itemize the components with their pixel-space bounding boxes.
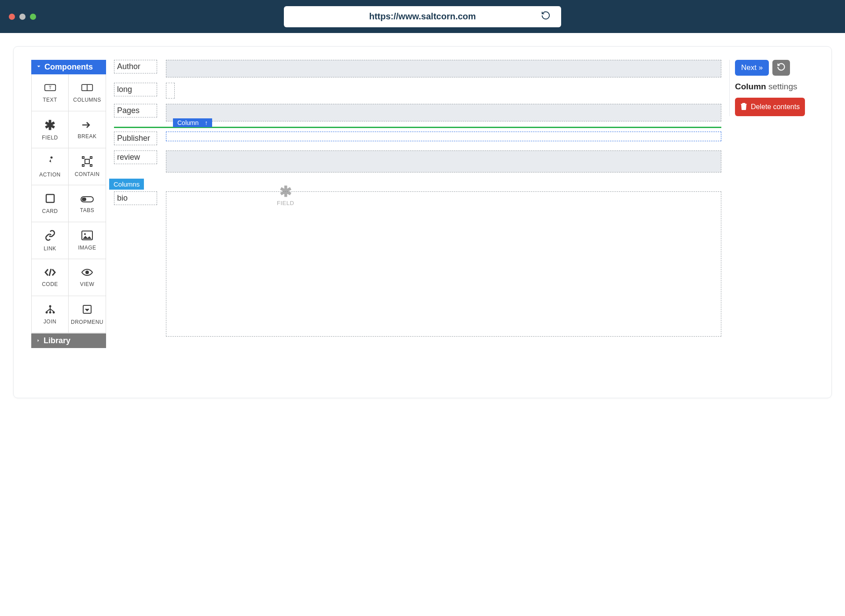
svg-point-18 <box>49 311 51 313</box>
break-icon <box>81 120 93 131</box>
row-publisher[interactable]: Publisher <box>114 132 721 145</box>
library-header[interactable]: Library <box>31 334 106 348</box>
settings-panel: Next » Column settings Delete conte <box>729 60 814 116</box>
url-bar[interactable]: https://www.saltcorn.com <box>284 6 561 27</box>
component-label: CARD <box>42 208 58 214</box>
running-icon <box>45 156 55 169</box>
svg-point-4 <box>50 156 52 158</box>
components-header[interactable]: Components <box>31 60 106 74</box>
components-grid: T TEXT COLUMNS ✱ FIELD <box>31 74 106 334</box>
svg-rect-5 <box>85 159 89 164</box>
component-label: FIELD <box>42 135 58 141</box>
trash-icon <box>740 102 747 112</box>
arrow-up-icon[interactable]: ↑ <box>205 119 208 126</box>
checkbox-slot[interactable] <box>166 83 175 99</box>
component-text[interactable]: T TEXT <box>32 74 69 111</box>
component-link[interactable]: LINK <box>32 222 69 259</box>
component-columns[interactable]: COLUMNS <box>69 74 106 111</box>
component-label: CONTAIN <box>75 171 100 177</box>
field-value-slot[interactable] <box>166 104 721 121</box>
drop-indicator: Column ↑ <box>114 127 721 128</box>
undo-button[interactable] <box>772 60 790 76</box>
delete-button-label: Delete contents <box>751 103 800 111</box>
component-code[interactable]: CODE <box>32 259 69 296</box>
column-tag[interactable]: Column ↑ <box>173 118 212 127</box>
field-label: bio <box>114 191 157 205</box>
svg-point-17 <box>45 311 48 313</box>
component-label: TABS <box>80 207 94 213</box>
svg-point-16 <box>49 305 51 307</box>
column-tag-label: Column <box>177 119 198 126</box>
asterisk-icon: ✱ <box>279 184 292 199</box>
empty-drop-zone[interactable] <box>166 191 721 337</box>
svg-rect-10 <box>46 194 54 202</box>
component-field[interactable]: ✱ FIELD <box>32 111 69 148</box>
component-label: CODE <box>42 281 58 287</box>
field-label: long <box>114 83 157 96</box>
components-header-label: Components <box>44 62 93 72</box>
row-author[interactable]: Author <box>114 60 721 77</box>
library-header-label: Library <box>44 336 70 345</box>
svg-rect-9 <box>90 165 92 166</box>
field-label: Publisher <box>114 132 157 145</box>
link-icon <box>44 230 56 243</box>
component-tabs[interactable]: TABS <box>69 185 106 222</box>
field-value-slot[interactable] <box>166 150 721 172</box>
row-bio[interactable]: bio <box>114 191 721 337</box>
svg-point-14 <box>84 233 86 235</box>
settings-title: Column settings <box>735 82 814 92</box>
columns-chip-label: Columns <box>114 180 140 188</box>
svg-point-15 <box>86 271 88 274</box>
component-label: TEXT <box>43 97 57 103</box>
image-icon <box>81 231 93 242</box>
field-value-slot[interactable] <box>166 60 721 77</box>
component-label: ACTION <box>39 172 60 178</box>
component-action[interactable]: ACTION <box>32 148 69 185</box>
component-label: JOIN <box>44 319 56 325</box>
text-icon: T <box>44 83 56 94</box>
component-join[interactable]: JOIN <box>32 296 69 333</box>
svg-text:T: T <box>48 85 51 90</box>
row-review[interactable]: review <box>114 150 721 172</box>
row-long[interactable]: long <box>114 83 721 99</box>
components-panel: Components T TEXT COLUMNS <box>31 60 106 348</box>
component-label: VIEW <box>80 281 95 287</box>
field-label: review <box>114 150 157 164</box>
window-controls <box>9 14 36 20</box>
chevron-right-icon <box>36 337 41 345</box>
columns-chip[interactable]: Columns <box>109 179 144 190</box>
component-image[interactable]: IMAGE <box>69 222 106 259</box>
minimize-window-icon[interactable] <box>19 14 26 20</box>
component-label: IMAGE <box>78 245 96 251</box>
component-view[interactable]: VIEW <box>69 259 106 296</box>
undo-icon <box>777 62 786 73</box>
canvas[interactable]: Author long Pages Column ↑ <box>114 60 721 337</box>
svg-rect-12 <box>82 198 86 201</box>
component-label: DROPMENU <box>71 319 103 325</box>
component-break[interactable]: BREAK <box>69 111 106 148</box>
settings-title-strong: Column <box>735 82 766 91</box>
card-icon <box>45 193 55 205</box>
code-icon <box>44 268 56 279</box>
asterisk-icon: ✱ <box>44 119 55 132</box>
delete-contents-button[interactable]: Delete contents <box>735 98 805 116</box>
svg-rect-8 <box>82 165 84 166</box>
next-button-label: Next » <box>741 63 763 72</box>
selected-column-slot[interactable] <box>166 132 721 141</box>
component-contain[interactable]: CONTAIN <box>69 148 106 185</box>
refresh-icon[interactable] <box>541 11 551 22</box>
dragged-field-ghost: ✱ FIELD <box>277 184 294 206</box>
dropmenu-icon <box>82 304 92 316</box>
editor-card: Components T TEXT COLUMNS <box>13 46 832 398</box>
component-card[interactable]: CARD <box>32 185 69 222</box>
eye-icon <box>81 268 93 279</box>
maximize-window-icon[interactable] <box>30 14 36 20</box>
close-window-icon[interactable] <box>9 14 15 20</box>
component-label: COLUMNS <box>73 97 101 103</box>
field-label: Author <box>114 60 157 73</box>
svg-rect-6 <box>82 157 84 158</box>
component-dropmenu[interactable]: DROPMENU <box>69 296 106 333</box>
svg-point-19 <box>52 311 55 313</box>
ghost-label: FIELD <box>277 200 294 206</box>
next-button[interactable]: Next » <box>735 60 769 76</box>
